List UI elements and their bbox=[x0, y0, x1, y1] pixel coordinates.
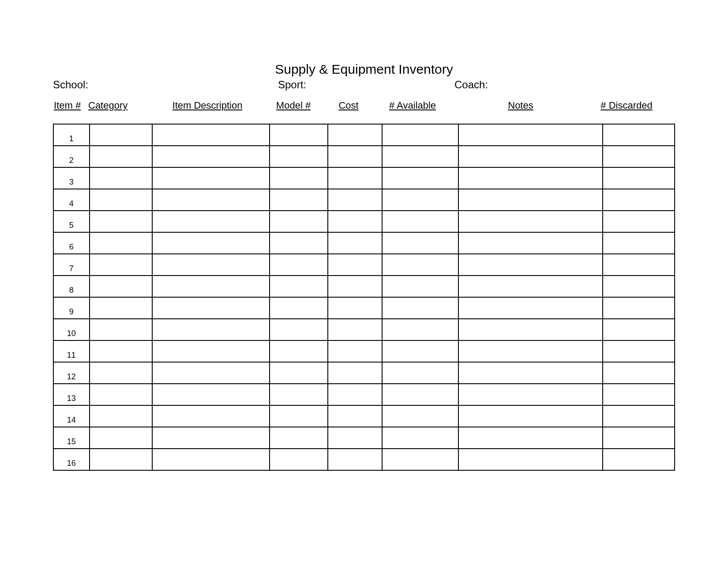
header-description: Item Description bbox=[150, 100, 265, 111]
cell-description bbox=[152, 319, 269, 340]
cell-discarded bbox=[603, 254, 675, 276]
cell-notes bbox=[458, 124, 602, 146]
cell-available bbox=[382, 276, 458, 297]
cell-model bbox=[270, 146, 328, 167]
cell-model bbox=[270, 254, 328, 276]
table-row: 11 bbox=[53, 340, 675, 362]
cell-available bbox=[382, 319, 458, 340]
table-row: 6 bbox=[53, 232, 675, 254]
cell-category bbox=[90, 167, 153, 189]
cell-notes bbox=[458, 384, 602, 405]
cell-notes bbox=[458, 405, 602, 427]
cell-discarded bbox=[603, 146, 675, 167]
cell-discarded bbox=[603, 124, 675, 146]
cell-model bbox=[270, 362, 328, 384]
table-row: 4 bbox=[53, 189, 675, 211]
cell-cost bbox=[328, 124, 382, 146]
header-notes: Notes bbox=[450, 100, 591, 111]
cell-item-number: 6 bbox=[53, 232, 90, 254]
cell-notes bbox=[458, 340, 602, 362]
cell-item-number: 13 bbox=[53, 384, 90, 405]
cell-available bbox=[382, 449, 458, 470]
cell-model bbox=[270, 384, 328, 405]
cell-item-number: 10 bbox=[53, 319, 90, 340]
cell-item-number: 7 bbox=[53, 254, 90, 276]
page-title: Supply & Equipment Inventory bbox=[53, 62, 675, 77]
cell-model bbox=[270, 449, 328, 470]
cell-available bbox=[382, 340, 458, 362]
cell-item-number: 2 bbox=[53, 146, 90, 167]
cell-cost bbox=[328, 362, 382, 384]
cell-available bbox=[382, 211, 458, 232]
header-model: Model # bbox=[265, 100, 322, 111]
cell-cost bbox=[328, 405, 382, 427]
cell-description bbox=[152, 276, 269, 297]
cell-description bbox=[152, 167, 269, 189]
cell-notes bbox=[458, 297, 602, 319]
cell-cost bbox=[328, 449, 382, 470]
cell-category bbox=[90, 189, 153, 211]
cell-item-number: 5 bbox=[53, 211, 90, 232]
cell-description bbox=[152, 146, 269, 167]
column-headers: Item # Category Item Description Model #… bbox=[53, 100, 675, 111]
cell-category bbox=[90, 232, 153, 254]
cell-notes bbox=[458, 319, 602, 340]
cell-description bbox=[152, 232, 269, 254]
cell-model bbox=[270, 189, 328, 211]
cell-notes bbox=[458, 254, 602, 276]
cell-model bbox=[270, 427, 328, 449]
cell-item-number: 14 bbox=[53, 405, 90, 427]
table-row: 1 bbox=[53, 124, 675, 146]
cell-description bbox=[152, 189, 269, 211]
cell-category bbox=[90, 146, 153, 167]
cell-item-number: 3 bbox=[53, 167, 90, 189]
table-row: 10 bbox=[53, 319, 675, 340]
cell-model bbox=[270, 124, 328, 146]
table-row: 12 bbox=[53, 362, 675, 384]
cell-available bbox=[382, 297, 458, 319]
table-row: 15 bbox=[53, 427, 675, 449]
cell-available bbox=[382, 384, 458, 405]
school-label: School: bbox=[53, 79, 278, 91]
table-row: 8 bbox=[53, 276, 675, 297]
cell-item-number: 8 bbox=[53, 276, 90, 297]
cell-cost bbox=[328, 319, 382, 340]
cell-notes bbox=[458, 167, 602, 189]
cell-discarded bbox=[603, 297, 675, 319]
cell-description bbox=[152, 297, 269, 319]
cell-cost bbox=[328, 189, 382, 211]
cell-discarded bbox=[603, 427, 675, 449]
cell-model bbox=[270, 319, 328, 340]
cell-cost bbox=[328, 384, 382, 405]
cell-description bbox=[152, 384, 269, 405]
inventory-table: 12345678910111213141516 bbox=[53, 124, 675, 471]
cell-discarded bbox=[603, 340, 675, 362]
cell-notes bbox=[458, 232, 602, 254]
table-row: 13 bbox=[53, 384, 675, 405]
cell-item-number: 16 bbox=[53, 449, 90, 470]
cell-discarded bbox=[603, 405, 675, 427]
table-row: 2 bbox=[53, 146, 675, 167]
cell-available bbox=[382, 362, 458, 384]
coach-label: Coach: bbox=[454, 79, 675, 91]
cell-cost bbox=[328, 276, 382, 297]
cell-notes bbox=[458, 146, 602, 167]
cell-description bbox=[152, 211, 269, 232]
cell-item-number: 11 bbox=[53, 340, 90, 362]
cell-cost bbox=[328, 297, 382, 319]
sport-label: Sport: bbox=[278, 79, 454, 91]
header-discarded: # Discarded bbox=[591, 100, 662, 111]
cell-category bbox=[90, 254, 153, 276]
header-available: # Available bbox=[375, 100, 450, 111]
cell-description bbox=[152, 340, 269, 362]
cell-category bbox=[90, 384, 153, 405]
cell-discarded bbox=[603, 276, 675, 297]
cell-available bbox=[382, 232, 458, 254]
cell-discarded bbox=[603, 449, 675, 470]
cell-available bbox=[382, 189, 458, 211]
table-row: 3 bbox=[53, 167, 675, 189]
cell-available bbox=[382, 427, 458, 449]
cell-model bbox=[270, 232, 328, 254]
table-row: 5 bbox=[53, 211, 675, 232]
cell-cost bbox=[328, 232, 382, 254]
